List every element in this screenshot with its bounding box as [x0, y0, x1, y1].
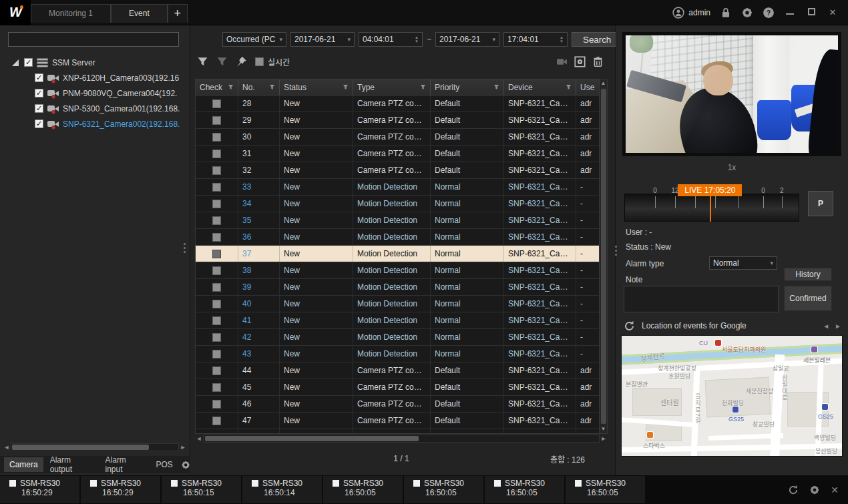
- row-check-cell[interactable]: [196, 212, 238, 228]
- close-icon[interactable]: ✕: [831, 485, 839, 495]
- row-checkbox[interactable]: [212, 333, 221, 342]
- map-next-icon[interactable]: ►: [835, 322, 841, 330]
- realtime-checkbox[interactable]: [255, 57, 264, 66]
- scroll-right-icon[interactable]: ►: [179, 444, 187, 451]
- add-tab-button[interactable]: +: [168, 4, 188, 23]
- table-row[interactable]: 43NewMotion DetectionNormalSNP-6321_Ca…-: [196, 346, 607, 362]
- row-check-cell[interactable]: [196, 413, 238, 429]
- row-checkbox[interactable]: [212, 233, 221, 242]
- table-row[interactable]: 37NewMotion DetectionNormalSNP-6321_Ca…-: [196, 246, 607, 262]
- row-check-cell[interactable]: [196, 429, 238, 434]
- row-checkbox[interactable]: [212, 366, 221, 375]
- table-row[interactable]: 34NewMotion DetectionNormalSNP-6321_Ca…-: [196, 196, 607, 212]
- map-prev-icon[interactable]: ◄: [823, 322, 829, 330]
- column-header-check[interactable]: Check: [196, 79, 238, 95]
- row-checkbox[interactable]: [212, 316, 221, 325]
- row-check-cell[interactable]: [196, 346, 238, 362]
- table-horizontal-scrollbar[interactable]: ◄ ►: [195, 434, 608, 443]
- help-icon[interactable]: [763, 7, 775, 19]
- event-card[interactable]: SSM-RS3016:50:05: [566, 476, 645, 503]
- row-checkbox[interactable]: [212, 383, 221, 392]
- refresh-icon[interactable]: [624, 320, 635, 332]
- row-check-cell[interactable]: [196, 112, 238, 128]
- camera-checkbox[interactable]: ✓: [35, 119, 43, 128]
- event-card[interactable]: SSM-RS3016:50:29: [0, 476, 79, 503]
- table-row[interactable]: 28NewCamera PTZ co…DefaultSNP-6321_Ca…ad…: [196, 95, 607, 112]
- table-row[interactable]: 36NewMotion DetectionNormalSNP-6321_Ca…-: [196, 229, 607, 246]
- row-checkbox[interactable]: [212, 166, 221, 175]
- row-check-cell[interactable]: [196, 362, 238, 379]
- row-check-cell[interactable]: [196, 146, 238, 162]
- table-row[interactable]: 44NewCamera PTZ co…DefaultSNP-6321_Ca…ad…: [196, 362, 607, 379]
- right-splitter-handle[interactable]: [614, 242, 618, 259]
- column-header-no[interactable]: No.: [238, 79, 280, 95]
- table-row[interactable]: 31NewCamera PTZ co…DefaultSNP-6321_Ca…ad…: [196, 146, 607, 162]
- playback-timeline[interactable]: 01214161802 LIVE 17:05:20: [624, 184, 799, 222]
- tree-node-camera[interactable]: ✓PNM-9080VQ_Camera004(192.: [4, 85, 186, 101]
- record-icon[interactable]: [574, 56, 586, 67]
- filter-icon[interactable]: [197, 56, 208, 67]
- search-field-select[interactable]: Occurred (PC▾: [222, 32, 286, 47]
- tree-node-camera[interactable]: ✓SNP-6321_Camera002(192.168.: [4, 116, 186, 132]
- resource-settings-gear-icon[interactable]: [181, 460, 190, 470]
- confirmed-button[interactable]: Confirmed: [784, 286, 832, 311]
- history-button[interactable]: History: [784, 268, 832, 281]
- resource-tab-alarm-output[interactable]: Alarm output: [45, 453, 99, 477]
- alarm-type-select[interactable]: Normal▾: [709, 256, 777, 270]
- column-filter-icon[interactable]: [566, 84, 572, 90]
- settings-gear-icon[interactable]: [741, 7, 753, 19]
- row-checkbox[interactable]: [212, 400, 221, 409]
- row-checkbox[interactable]: [212, 350, 221, 358]
- camera-checkbox[interactable]: ✓: [35, 89, 43, 97]
- row-check-cell[interactable]: [196, 396, 238, 412]
- row-check-cell[interactable]: [196, 129, 238, 145]
- tree-node-camera[interactable]: ✓XNP-6120H_Camera003(192.16: [4, 70, 186, 85]
- event-location-map[interactable]: 청계천로CU서울도담치과의원세븐일레븐삼일교청계천한빛광장호원빌딩본점별관세운진…: [621, 335, 843, 457]
- row-check-cell[interactable]: [196, 296, 238, 312]
- resource-tab-pos[interactable]: POS: [150, 457, 178, 472]
- table-row[interactable]: 35NewMotion DetectionNormalSNP-6321_Ca…-: [196, 212, 607, 229]
- table-row[interactable]: 29NewCamera PTZ co…DefaultSNP-6321_Ca…ad…: [196, 112, 607, 129]
- row-checkbox[interactable]: [212, 116, 221, 125]
- live-video-view[interactable]: [622, 32, 841, 156]
- table-row[interactable]: 38NewMotion DetectionNormalSNP-6321_Ca…-: [196, 262, 607, 279]
- user-menu[interactable]: admin: [672, 7, 710, 19]
- realtime-toggle[interactable]: 실시간: [255, 56, 290, 67]
- time-to-spinner[interactable]: 17:04:01▲▼: [503, 32, 568, 47]
- server-checkbox[interactable]: ✓: [24, 58, 33, 67]
- table-vertical-scrollbar[interactable]: ▲ ▼: [599, 79, 607, 433]
- scroll-up-icon[interactable]: ▲: [601, 79, 606, 87]
- table-row[interactable]: 39NewMotion DetectionNormalSNP-6321_Ca…-: [196, 279, 607, 296]
- row-check-cell[interactable]: [196, 379, 238, 395]
- tree-node-camera[interactable]: ✓SNP-5300_Camera001(192.168.: [4, 101, 186, 116]
- row-checkbox[interactable]: [212, 266, 221, 275]
- settings-gear-icon[interactable]: [809, 485, 820, 495]
- scrollbar-thumb[interactable]: [601, 89, 606, 424]
- playback-mode-button[interactable]: P: [808, 191, 833, 216]
- column-header-priority[interactable]: Priority: [431, 79, 504, 95]
- scroll-left-icon[interactable]: ◄: [195, 435, 203, 442]
- column-filter-icon[interactable]: [493, 84, 499, 90]
- timeline-strip[interactable]: [624, 194, 799, 222]
- scroll-down-icon[interactable]: ▼: [601, 425, 606, 433]
- row-check-cell[interactable]: [196, 229, 238, 245]
- row-check-cell[interactable]: [196, 262, 238, 278]
- left-splitter-handle[interactable]: [183, 239, 186, 256]
- tab-event[interactable]: Event: [111, 4, 168, 23]
- row-check-cell[interactable]: [196, 179, 238, 195]
- row-checkbox[interactable]: [212, 150, 221, 158]
- table-row[interactable]: 45NewCamera PTZ co…DefaultSNP-6321_Ca…ad…: [196, 379, 607, 396]
- lock-icon[interactable]: [720, 7, 732, 19]
- camera-capture-icon[interactable]: [556, 56, 568, 67]
- column-filter-icon[interactable]: [343, 84, 349, 90]
- table-row[interactable]: 30NewCamera PTZ co…DefaultSNP-6321_Ca…ad…: [196, 129, 607, 146]
- row-checkbox[interactable]: [212, 216, 221, 225]
- row-check-cell[interactable]: [196, 95, 238, 111]
- column-header-status[interactable]: Status: [280, 79, 353, 95]
- filter-clear-icon[interactable]: [216, 56, 228, 67]
- column-filter-icon[interactable]: [228, 84, 234, 90]
- tab-monitoring-1[interactable]: Monitoring 1: [31, 4, 111, 23]
- table-row[interactable]: 46NewCamera PTZ co…DefaultSNP-6321_Ca…ad…: [196, 396, 607, 413]
- event-card[interactable]: SSM-RS3016:50:14: [242, 476, 322, 503]
- event-card[interactable]: SSM-RS3016:50:29: [81, 476, 160, 503]
